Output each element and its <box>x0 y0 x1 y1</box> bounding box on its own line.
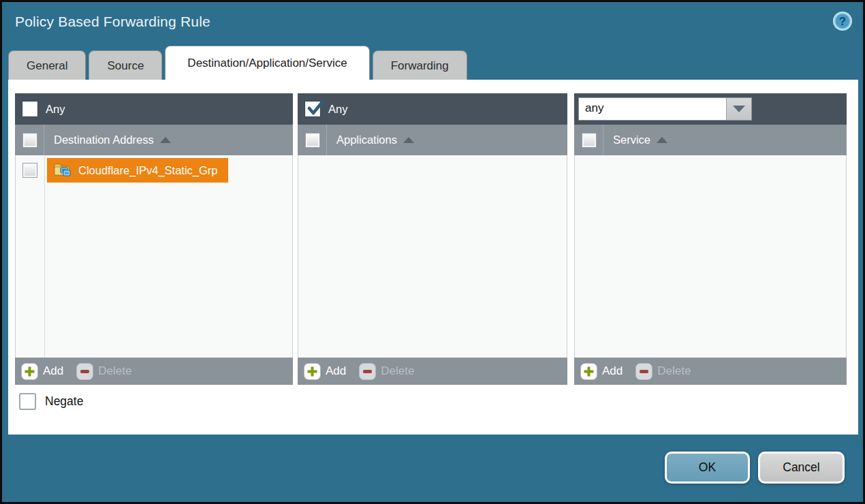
applications-delete-button[interactable]: Delete <box>359 363 414 380</box>
applications-panel: Any Applications Add <box>298 93 567 385</box>
delete-label: Delete <box>381 364 414 378</box>
add-label: Add <box>602 364 623 378</box>
tab-strip: General Source Destination/Application/S… <box>8 46 467 80</box>
delete-icon <box>635 363 652 380</box>
add-icon <box>21 363 38 380</box>
svg-text:?: ? <box>839 15 846 28</box>
sort-ascending-icon[interactable] <box>657 137 667 143</box>
applications-any-bar: Any <box>298 93 567 125</box>
delete-label: Delete <box>657 364 691 378</box>
help-icon[interactable]: ? <box>832 10 853 32</box>
ok-button[interactable]: OK <box>665 452 750 484</box>
service-add-button[interactable]: Add <box>580 363 623 380</box>
dropdown-button[interactable] <box>726 98 751 120</box>
applications-select-all-cell <box>298 125 327 155</box>
applications-any-checkbox[interactable] <box>305 101 320 116</box>
delete-label: Delete <box>98 364 131 378</box>
applications-list <box>298 155 567 358</box>
service-type-value: any <box>579 98 726 120</box>
negate-row: Negate <box>19 393 83 410</box>
destination-column-header[interactable]: Destination Address <box>54 133 154 146</box>
service-type-dropdown[interactable]: any <box>578 97 752 121</box>
applications-column-header[interactable]: Applications <box>336 133 397 146</box>
add-icon <box>580 363 597 380</box>
policy-based-forwarding-dialog: Policy Based Forwarding Rule ? General S… <box>0 0 865 504</box>
selected-address-item[interactable]: Cloudflare_IPv4_Static_Grp <box>47 158 228 183</box>
service-header-row: Service <box>574 125 847 155</box>
table-row[interactable]: Cloudflare_IPv4_Static_Grp <box>16 158 292 183</box>
cancel-button[interactable]: Cancel <box>758 452 845 484</box>
applications-add-button[interactable]: Add <box>304 363 346 380</box>
tab-forwarding[interactable]: Forwarding <box>373 50 467 80</box>
destination-select-all-checkbox[interactable] <box>22 133 37 148</box>
negate-label: Negate <box>45 394 83 409</box>
destination-header-row: Destination Address <box>15 125 293 155</box>
applications-footer: Add Delete <box>298 358 567 385</box>
address-item-label: Cloudflare_IPv4_Static_Grp <box>78 164 218 177</box>
applications-any-label: Any <box>328 103 347 116</box>
service-select-all-checkbox[interactable] <box>582 133 597 148</box>
destination-any-checkbox[interactable] <box>22 101 37 116</box>
dialog-content: Any Destination Address <box>8 80 858 435</box>
add-label: Add <box>43 364 63 378</box>
add-icon <box>304 363 321 380</box>
tab-source[interactable]: Source <box>89 50 162 80</box>
sort-ascending-icon[interactable] <box>160 137 171 143</box>
destination-delete-button[interactable]: Delete <box>76 363 131 380</box>
negate-checkbox[interactable] <box>19 393 36 410</box>
service-list <box>574 155 847 358</box>
dialog-button-bar: OK Cancel <box>665 452 845 484</box>
address-group-icon <box>54 161 72 180</box>
add-label: Add <box>326 364 346 378</box>
column-separator <box>44 155 45 358</box>
destination-select-all-cell <box>15 125 44 155</box>
destination-address-list: Cloudflare_IPv4_Static_Grp <box>15 155 293 358</box>
service-select-all-cell <box>574 125 603 155</box>
service-type-bar: any <box>574 93 847 125</box>
tab-destination-application-service[interactable]: Destination/Application/Service <box>165 46 369 80</box>
destination-add-button[interactable]: Add <box>21 363 63 380</box>
delete-icon <box>359 363 376 380</box>
checkmark-icon <box>306 100 324 118</box>
destination-any-label: Any <box>46 103 65 116</box>
service-column-header[interactable]: Service <box>613 133 650 146</box>
service-delete-button[interactable]: Delete <box>635 363 691 380</box>
tab-general[interactable]: General <box>8 50 86 80</box>
dialog-title: Policy Based Forwarding Rule <box>15 14 210 30</box>
service-footer: Add Delete <box>574 358 847 385</box>
service-panel: any Service <box>574 93 847 385</box>
destination-footer: Add Delete <box>15 358 293 385</box>
chevron-down-icon <box>733 106 745 112</box>
panel-columns: Any Destination Address <box>15 93 847 385</box>
sort-ascending-icon[interactable] <box>403 137 414 143</box>
destination-any-bar: Any <box>15 93 293 125</box>
applications-select-all-checkbox[interactable] <box>305 133 320 148</box>
applications-header-row: Applications <box>298 125 567 155</box>
row-checkbox[interactable] <box>22 163 37 178</box>
delete-icon <box>76 363 93 380</box>
destination-address-panel: Any Destination Address <box>15 93 293 385</box>
